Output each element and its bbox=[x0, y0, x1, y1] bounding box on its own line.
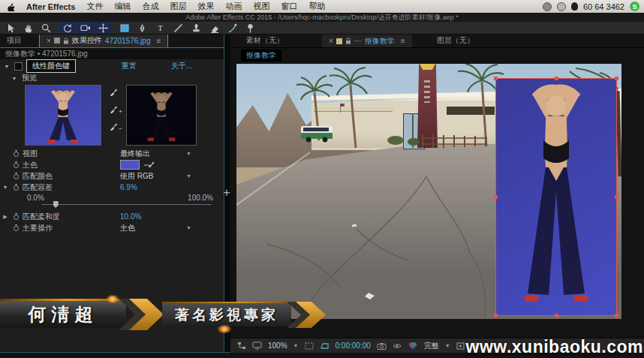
zoom-tool-icon[interactable] bbox=[41, 23, 52, 33]
layer-handle-bottom-right[interactable] bbox=[615, 314, 618, 317]
tab-composition[interactable]: × ⋯ 抠像教学 ≡ bbox=[322, 35, 412, 47]
current-timecode[interactable]: 0:00:00:00 bbox=[336, 341, 371, 350]
close-tab-icon[interactable]: × bbox=[329, 37, 333, 45]
menu-file[interactable]: 文件 bbox=[86, 1, 103, 12]
menu-edit[interactable]: 编辑 bbox=[114, 1, 131, 12]
roto-brush-tool-icon[interactable] bbox=[227, 23, 238, 33]
layer-handle-top-left[interactable] bbox=[494, 77, 498, 80]
selection-tool-icon[interactable] bbox=[5, 23, 16, 33]
fast-previews-icon[interactable] bbox=[456, 342, 465, 350]
mute-status-icon[interactable] bbox=[557, 2, 566, 11]
zoom-dropdown-arrow-icon[interactable]: ▼ bbox=[293, 343, 299, 348]
matching-softness-value[interactable]: 10.0% bbox=[120, 212, 141, 221]
twirl-down-icon[interactable]: ▼ bbox=[11, 76, 18, 81]
pen-tool-icon[interactable] bbox=[137, 23, 148, 33]
dropdown-arrow-icon[interactable]: ▼ bbox=[186, 151, 191, 156]
comp-breadcrumb[interactable]: 抠像教学 bbox=[241, 50, 281, 62]
type-tool-icon[interactable]: T bbox=[155, 23, 166, 33]
layer-handle-bottom-center[interactable] bbox=[555, 314, 558, 317]
layer-handle-top-center[interactable] bbox=[555, 77, 558, 80]
zoom-level[interactable]: 100% bbox=[268, 341, 287, 350]
preview-section-row: ▼ 预览 bbox=[0, 73, 224, 83]
stopwatch-icon[interactable] bbox=[11, 212, 21, 221]
eyedropper-plus-icon[interactable]: + bbox=[110, 105, 118, 113]
layer-handle-mid-right[interactable] bbox=[615, 195, 618, 199]
rectangle-tool-icon[interactable] bbox=[119, 23, 130, 33]
highlighted-tool-group bbox=[59, 22, 112, 34]
key-color-swatch[interactable] bbox=[120, 160, 140, 170]
resolution-dropdown-arrow-icon[interactable]: ▼ bbox=[445, 343, 450, 348]
dropdown-arrow-icon[interactable]: ▼ bbox=[186, 173, 191, 179]
share-app-icon[interactable]: S bbox=[630, 2, 639, 11]
tolerance-slider-track[interactable] bbox=[41, 204, 212, 205]
overflow-dots-icon: ⋯ bbox=[354, 37, 362, 45]
record-status-icon[interactable] bbox=[543, 2, 552, 11]
menu-view[interactable]: 视图 bbox=[253, 1, 269, 12]
close-tab-icon[interactable]: × bbox=[47, 37, 51, 45]
tab-layer[interactable]: 图层（无） bbox=[430, 34, 481, 47]
stopwatch-icon[interactable] bbox=[11, 149, 21, 158]
source-thumbnail[interactable] bbox=[25, 85, 101, 146]
resolution-setting[interactable]: 完整 bbox=[424, 341, 439, 351]
effect-enable-checkbox[interactable] bbox=[14, 62, 23, 71]
tab-project[interactable]: 项目 bbox=[0, 34, 29, 47]
panel-menu-icon[interactable]: ≡ bbox=[156, 37, 161, 45]
stopwatch-icon[interactable] bbox=[11, 172, 21, 180]
qq-icon[interactable] bbox=[571, 2, 578, 11]
eyedropper-minus-icon[interactable]: − bbox=[110, 122, 118, 131]
stopwatch-icon[interactable] bbox=[11, 183, 21, 191]
menu-composition[interactable]: 合成 bbox=[142, 1, 158, 12]
twirl-down-icon[interactable]: ▼ bbox=[3, 64, 11, 69]
model-layer[interactable] bbox=[495, 78, 617, 316]
param-matching-tolerance: ▼ 匹配容差 6.9% bbox=[0, 182, 224, 193]
menu-layer[interactable]: 图层 bbox=[170, 1, 186, 12]
twirl-right-icon[interactable]: ▶ bbox=[0, 214, 11, 220]
safe-margins-icon[interactable] bbox=[320, 342, 330, 350]
menu-help[interactable]: 帮助 bbox=[308, 1, 325, 12]
matching-tolerance-value[interactable]: 6.9% bbox=[120, 183, 137, 191]
tab-effect-controls[interactable]: × 效果控件 47201576.jpg ≡ bbox=[39, 33, 168, 47]
key-operation-dropdown[interactable]: 主色 bbox=[120, 223, 135, 233]
panel-menu-icon[interactable]: ≡ bbox=[401, 37, 405, 45]
twirl-down-icon[interactable]: ▼ bbox=[0, 185, 11, 190]
stopwatch-icon[interactable] bbox=[11, 161, 21, 169]
layer-handle-bottom-left[interactable] bbox=[494, 314, 498, 317]
show-channels-icon[interactable] bbox=[408, 341, 418, 350]
viewer-canvas[interactable] bbox=[230, 47, 644, 338]
camera-tool-icon[interactable] bbox=[80, 23, 91, 33]
effect-about-link[interactable]: 关于... bbox=[171, 61, 192, 71]
lock-icon[interactable] bbox=[345, 38, 351, 44]
flowchart-icon[interactable] bbox=[237, 341, 246, 350]
menu-effect[interactable]: 效果 bbox=[197, 1, 214, 12]
match-colors-dropdown[interactable]: 使用 RGB bbox=[120, 171, 153, 182]
layer-handle-mid-left[interactable] bbox=[494, 195, 498, 199]
snapshot-camera-icon[interactable] bbox=[377, 342, 387, 350]
puppet-pin-tool-icon[interactable] bbox=[245, 23, 256, 33]
show-snapshot-icon[interactable] bbox=[393, 342, 402, 350]
eyedropper-icon[interactable] bbox=[110, 88, 118, 96]
lock-icon[interactable] bbox=[63, 38, 69, 44]
hand-tool-icon[interactable] bbox=[23, 23, 34, 33]
menu-animation[interactable]: 动画 bbox=[225, 1, 242, 12]
tab-footage[interactable]: 素材（无） bbox=[239, 34, 290, 47]
key-color-eyedropper-icon[interactable] bbox=[144, 161, 155, 169]
dropdown-arrow-icon[interactable]: ▼ bbox=[186, 225, 191, 230]
stopwatch-icon[interactable] bbox=[11, 224, 21, 232]
effect-reset-link[interactable]: 重置 bbox=[122, 61, 137, 71]
display-icon[interactable] bbox=[252, 341, 262, 350]
menu-window[interactable]: 窗口 bbox=[281, 1, 297, 12]
effect-controls-filename: 47201576.jpg bbox=[105, 37, 151, 45]
eraser-tool-icon[interactable] bbox=[209, 23, 220, 33]
tolerance-slider-handle[interactable] bbox=[53, 201, 59, 208]
pan-behind-tool-icon[interactable] bbox=[98, 23, 109, 33]
clone-stamp-tool-icon[interactable] bbox=[191, 23, 202, 33]
brush-tool-icon[interactable] bbox=[173, 23, 184, 33]
app-menu-after-effects[interactable]: After Effects bbox=[26, 2, 75, 11]
rotation-tool-icon[interactable] bbox=[62, 23, 73, 33]
layer-handle-top-right[interactable] bbox=[615, 77, 618, 80]
effect-name[interactable]: 线性颜色键 bbox=[26, 59, 76, 73]
view-dropdown[interactable]: 最终输出 bbox=[120, 149, 150, 159]
region-of-interest-icon[interactable] bbox=[305, 342, 314, 350]
apple-menu-icon[interactable] bbox=[8, 2, 15, 11]
keyed-thumbnail[interactable] bbox=[126, 85, 197, 146]
